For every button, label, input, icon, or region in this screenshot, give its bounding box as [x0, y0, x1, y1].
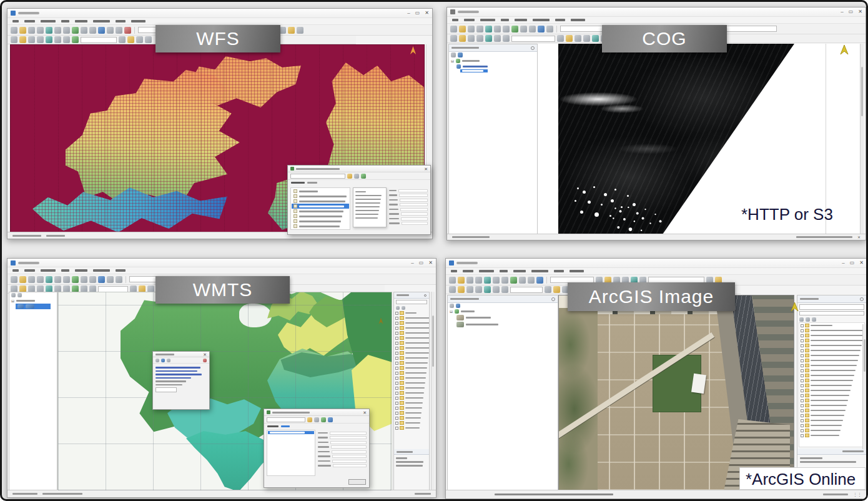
panel-icon[interactable]: [451, 52, 456, 57]
toolbox-item[interactable]: [394, 360, 429, 365]
toolbar-icon[interactable]: [107, 27, 114, 34]
menu-item[interactable]: [116, 20, 126, 22]
toolbar-icon[interactable]: [28, 27, 35, 34]
toolbox-item[interactable]: [799, 433, 864, 438]
toolbar-icon[interactable]: [297, 27, 303, 34]
toolbar-icon[interactable]: [46, 276, 52, 283]
toolbar-icon[interactable]: [124, 27, 131, 34]
toolbar-icon[interactable]: [116, 276, 122, 283]
toolbox-item[interactable]: [394, 315, 429, 320]
panel-icon[interactable]: [402, 306, 405, 310]
toolbar-icon[interactable]: [484, 277, 491, 284]
dialog-field[interactable]: [155, 387, 177, 392]
toolbar-icon[interactable]: [511, 26, 518, 32]
toolbar-icon[interactable]: [520, 26, 527, 32]
menu-item[interactable]: [480, 19, 495, 21]
toolbar-icon[interactable]: [494, 35, 501, 42]
toolbox-filter-box[interactable]: [799, 311, 864, 315]
expand-icon[interactable]: [801, 419, 804, 422]
toolbar-icon[interactable]: [493, 277, 500, 284]
toolbar-icon[interactable]: [485, 35, 492, 42]
toolbar-icon[interactable]: [11, 36, 17, 43]
menu-item[interactable]: [463, 270, 473, 272]
expand-icon[interactable]: [395, 342, 398, 345]
expand-icon[interactable]: [801, 339, 804, 342]
toolbar-icon[interactable]: [458, 286, 465, 293]
expand-icon[interactable]: [801, 369, 804, 372]
menu-item[interactable]: [75, 20, 87, 22]
toolbar-icon[interactable]: [449, 286, 456, 293]
toolbar-icon[interactable]: [54, 36, 61, 43]
menu-item[interactable]: [533, 19, 550, 21]
toolbar-icon[interactable]: [11, 27, 17, 34]
expand-icon[interactable]: [395, 377, 398, 380]
editor-combobox[interactable]: [98, 286, 128, 292]
toolbox-item[interactable]: [799, 388, 864, 393]
panel-icon[interactable]: [396, 306, 400, 310]
menu-item[interactable]: [531, 270, 548, 272]
menu-item[interactable]: [500, 270, 508, 272]
toolbox-item[interactable]: [799, 398, 864, 403]
toolbar-icon[interactable]: [501, 286, 508, 293]
expand-icon[interactable]: [395, 347, 398, 350]
aerial-image-canvas[interactable]: [558, 295, 794, 491]
list-item[interactable]: [292, 229, 349, 230]
toolbox-item[interactable]: [799, 348, 864, 353]
dialog-address-box[interactable]: [267, 417, 305, 422]
menu-item[interactable]: [93, 269, 110, 272]
toolbox-item[interactable]: [394, 400, 429, 405]
layer-tree-item[interactable]: [448, 321, 558, 328]
menu-item[interactable]: [41, 269, 56, 272]
toolbar-icon[interactable]: [11, 276, 17, 283]
close-button[interactable]: ✕: [428, 260, 433, 265]
toolbar-icon[interactable]: [536, 277, 543, 284]
maximize-button[interactable]: ▭: [415, 11, 420, 16]
toolbar-icon[interactable]: [63, 27, 70, 34]
menu-item[interactable]: [75, 269, 87, 272]
menu-item[interactable]: [501, 19, 509, 21]
list-item[interactable]: [292, 189, 349, 194]
dialog-close-icon[interactable]: ✕: [363, 410, 367, 415]
layer-tree-item[interactable]: ⊟: [448, 309, 558, 314]
toolbar-icon[interactable]: [81, 27, 87, 34]
expand-icon[interactable]: [801, 389, 804, 392]
toolbox-item[interactable]: [394, 350, 429, 355]
toolbar-icon[interactable]: [98, 27, 105, 34]
menu-item[interactable]: [116, 269, 126, 272]
toolbar-icon[interactable]: [528, 277, 535, 284]
list-item[interactable]: [292, 219, 349, 224]
expand-icon[interactable]: [395, 382, 398, 385]
expand-icon[interactable]: [395, 407, 398, 410]
expand-icon[interactable]: [801, 414, 804, 417]
toolbar-icon[interactable]: [592, 35, 599, 42]
toolbar-icon[interactable]: [127, 36, 134, 43]
vertical-scrollbar[interactable]: [862, 324, 866, 449]
toolbox-item[interactable]: [394, 410, 429, 415]
minimize-button[interactable]: –: [411, 260, 413, 265]
expand-icon[interactable]: [801, 409, 804, 412]
panel-icon[interactable]: [450, 304, 454, 308]
expand-icon[interactable]: [801, 329, 804, 332]
toolbox-item[interactable]: [799, 418, 864, 423]
expand-icon[interactable]: [801, 359, 804, 362]
layer-tree-item[interactable]: [449, 64, 537, 69]
expand-icon[interactable]: [395, 317, 398, 320]
menu-item[interactable]: [479, 270, 494, 272]
toolbar-icon[interactable]: [494, 26, 501, 32]
dialog-toolbar-icon[interactable]: [361, 174, 366, 179]
toolbar-icon[interactable]: [450, 26, 457, 32]
expand-icon[interactable]: [395, 332, 398, 335]
toolbar-icon[interactable]: [484, 286, 491, 293]
toolbox-item[interactable]: [394, 405, 429, 410]
expand-icon[interactable]: [395, 312, 398, 315]
expand-icon[interactable]: [801, 364, 804, 367]
menu-item[interactable]: [61, 20, 69, 22]
list-item[interactable]: [292, 209, 349, 214]
expand-icon[interactable]: [395, 352, 398, 355]
menu-item[interactable]: [452, 19, 458, 21]
toolbox-item[interactable]: [394, 380, 429, 385]
toolbar-icon[interactable]: [72, 36, 79, 43]
cog-map-canvas[interactable]: *HTTP or S3: [538, 44, 864, 235]
toolbar-icon[interactable]: [493, 286, 500, 293]
menu-item[interactable]: [131, 20, 145, 22]
